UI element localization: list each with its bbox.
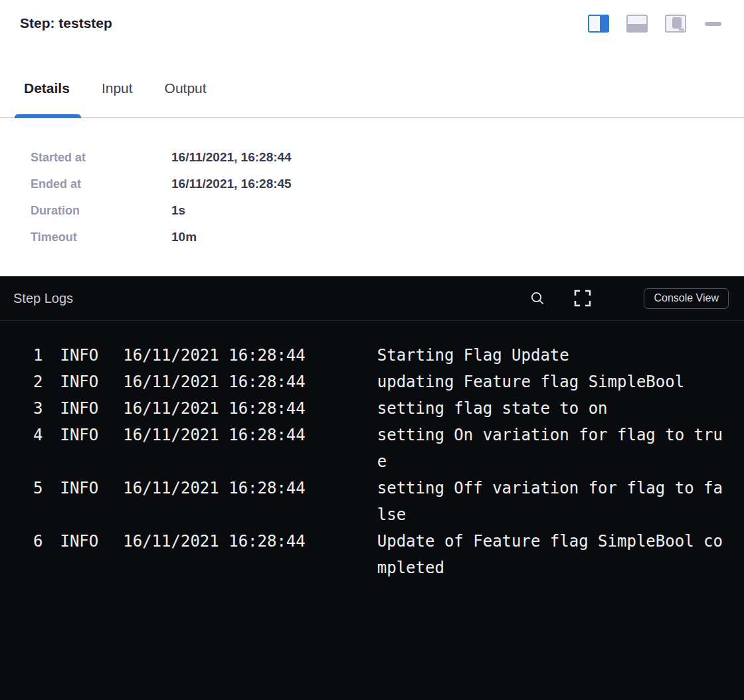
detail-label: Ended at [31, 171, 171, 197]
details-panel: Started at 16/11/2021, 16:28:44 Ended at… [0, 118, 744, 276]
log-timestamp: 16/11/2021 16:28:44 [123, 422, 306, 448]
tabs: DetailsInputOutput [0, 60, 744, 118]
log-message: setting Off variation for flag to false [377, 475, 727, 528]
log-line-number: 6 [33, 528, 43, 555]
split-right-view-icon[interactable] [588, 15, 609, 33]
step-logs-title: Step Logs [13, 291, 529, 306]
detail-row: Ended at 16/11/2021, 16:28:45 [31, 171, 744, 197]
log-line-number: 2 [33, 369, 43, 395]
log-row: 4 INFO 16/11/2021 16:28:44 setting On va… [33, 422, 744, 475]
log-line-number: 1 [33, 342, 43, 369]
log-timestamp: 16/11/2021 16:28:44 [123, 342, 306, 369]
log-timestamp: 16/11/2021 16:28:44 [123, 369, 306, 395]
log-level: INFO [60, 342, 98, 369]
log-line-number: 4 [33, 422, 43, 448]
log-timestamp: 16/11/2021 16:28:44 [123, 395, 306, 422]
log-row: 6 INFO 16/11/2021 16:28:44 Update of Fea… [33, 528, 744, 581]
log-timestamp: 16/11/2021 16:28:44 [123, 528, 306, 555]
log-level: INFO [60, 369, 98, 395]
log-level: INFO [60, 395, 98, 422]
log-message: setting flag state to on [377, 395, 727, 422]
log-row: 1 INFO 16/11/2021 16:28:44 Starting Flag… [33, 342, 744, 369]
detail-label: Timeout [31, 224, 171, 250]
log-level: INFO [60, 475, 98, 501]
log-row: 5 INFO 16/11/2021 16:28:44 setting Off v… [33, 475, 744, 528]
detail-row: Started at 16/11/2021, 16:28:44 [31, 144, 744, 171]
log-message: updating Feature flag SimpleBool [377, 369, 727, 395]
step-logs-header: Step Logs Console View [0, 276, 744, 321]
detail-label: Started at [31, 144, 171, 171]
detail-value: 16/11/2021, 16:28:45 [171, 171, 292, 197]
detail-value: 1s [171, 197, 185, 224]
step-logs-panel: Step Logs Console View 1 INFO 1 [0, 276, 744, 700]
log-level: INFO [60, 422, 98, 448]
log-row: 2 INFO 16/11/2021 16:28:44 updating Feat… [33, 369, 744, 395]
fullscreen-icon[interactable] [573, 289, 592, 307]
log-message: setting On variation for flag to true [377, 422, 727, 475]
tab-output[interactable]: Output [165, 60, 207, 117]
detail-row: Timeout 10m [31, 224, 744, 250]
split-bottom-view-icon[interactable] [626, 15, 648, 33]
details-rows: Started at 16/11/2021, 16:28:44 Ended at… [31, 144, 744, 250]
console-view-button[interactable]: Console View [644, 288, 729, 309]
log-message: Update of Feature flag SimpleBool comple… [377, 528, 727, 581]
detail-value: 10m [171, 224, 197, 250]
page-title: Step: teststep [20, 13, 112, 33]
log-message: Starting Flag Update [377, 342, 727, 369]
detail-row: Duration 1s [31, 197, 744, 224]
tab-details[interactable]: Details [24, 60, 70, 117]
detail-value: 16/11/2021, 16:28:44 [171, 144, 292, 171]
minimize-icon[interactable] [705, 22, 721, 26]
log-level: INFO [60, 528, 98, 555]
log-list: 1 INFO 16/11/2021 16:28:44 Starting Flag… [33, 342, 744, 581]
log-timestamp: 16/11/2021 16:28:44 [123, 475, 306, 501]
logs-actions: Console View [529, 288, 729, 309]
log-row: 3 INFO 16/11/2021 16:28:44 setting flag … [33, 395, 744, 422]
window-layout-controls [588, 15, 721, 33]
log-line-number: 5 [33, 475, 43, 501]
log-content: 1 INFO 16/11/2021 16:28:44 Starting Flag… [0, 321, 744, 700]
detail-label: Duration [31, 197, 171, 224]
log-line-number: 3 [33, 395, 43, 422]
tab-input[interactable]: Input [102, 60, 133, 117]
step-header: Step: teststep [0, 0, 744, 48]
floating-view-icon[interactable] [665, 15, 686, 33]
search-icon[interactable] [529, 290, 545, 306]
